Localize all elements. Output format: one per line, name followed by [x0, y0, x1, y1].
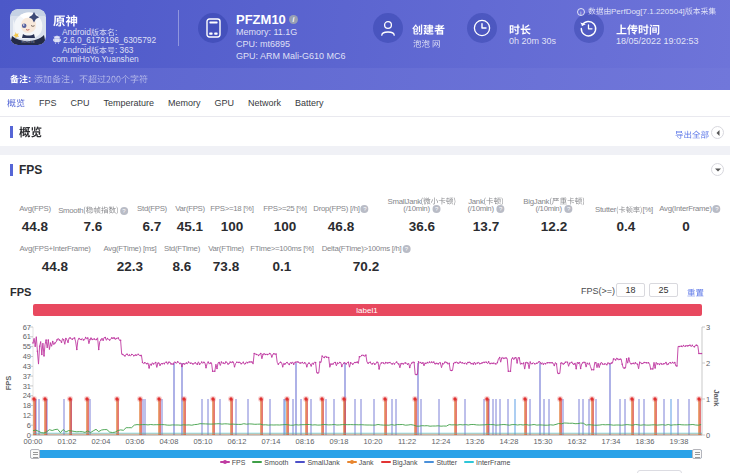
svg-text:0: 0 [706, 431, 710, 440]
svg-text:09:18: 09:18 [330, 437, 349, 446]
svg-text:19:38: 19:38 [670, 437, 689, 446]
svg-text:07:14: 07:14 [262, 437, 281, 446]
svg-text:12:24: 12:24 [432, 437, 451, 446]
svg-text:13:26: 13:26 [466, 437, 485, 446]
svg-text:01:02: 01:02 [58, 437, 77, 446]
svg-text:05:10: 05:10 [194, 437, 213, 446]
svg-text:31: 31 [23, 382, 31, 391]
svg-text:06:12: 06:12 [228, 437, 247, 446]
svg-text:15:30: 15:30 [534, 437, 553, 446]
svg-text:17:34: 17:34 [602, 437, 621, 446]
svg-text:1: 1 [706, 395, 710, 404]
svg-text:16:32: 16:32 [568, 437, 587, 446]
svg-text:label1: label1 [356, 306, 378, 315]
svg-text:67: 67 [23, 323, 31, 332]
svg-text:55: 55 [23, 342, 31, 351]
svg-text:49: 49 [23, 352, 31, 361]
svg-text:43: 43 [23, 362, 31, 371]
svg-text:00:00: 00:00 [24, 437, 43, 446]
svg-text:11:22: 11:22 [398, 437, 416, 446]
svg-text:61: 61 [23, 332, 31, 341]
svg-text:24: 24 [23, 391, 31, 400]
svg-text:10:20: 10:20 [364, 437, 383, 446]
svg-text:2: 2 [706, 359, 710, 368]
svg-text:08:16: 08:16 [296, 437, 315, 446]
svg-text:miHoYo: miHoYo [21, 40, 34, 44]
svg-text:18: 18 [23, 401, 31, 410]
svg-text:3: 3 [706, 323, 710, 332]
svg-text:02:04: 02:04 [92, 437, 111, 446]
svg-text:37: 37 [23, 372, 31, 381]
svg-text:14:28: 14:28 [500, 437, 519, 446]
svg-text:18:36: 18:36 [636, 437, 655, 446]
svg-text:FPS: FPS [4, 376, 13, 391]
svg-text:04:08: 04:08 [160, 437, 179, 446]
svg-text:Jank: Jank [712, 389, 721, 407]
svg-text:03:06: 03:06 [126, 437, 145, 446]
svg-text:12: 12 [23, 411, 31, 420]
